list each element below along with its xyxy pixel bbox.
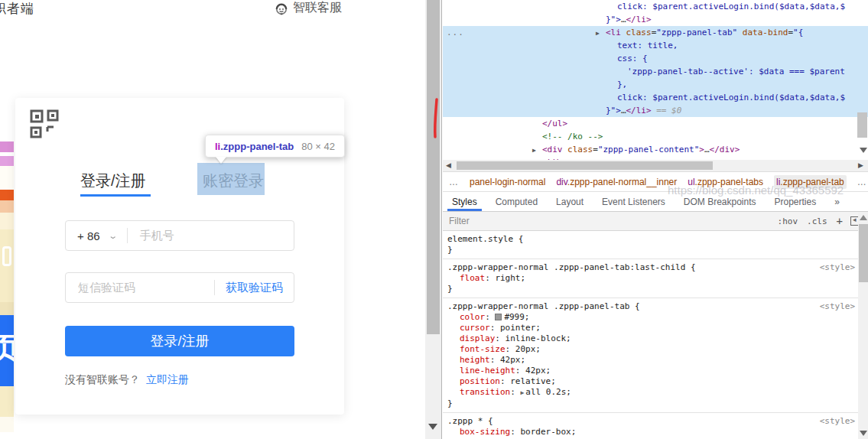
css-property[interactable]: cursor: pointer; — [447, 323, 853, 333]
css-selector[interactable]: .zppp-wrapper-normal .zppp-panel-tab:las… — [447, 262, 853, 273]
stylesheet-link[interactable]: <style> — [820, 262, 855, 273]
hscroll-thumb[interactable] — [457, 161, 713, 170]
devtools-tab--[interactable]: » — [825, 192, 849, 211]
code-line[interactable]: }, — [443, 78, 868, 91]
element-classes-button[interactable]: .cls — [807, 216, 827, 226]
elements-vscrollbar-thumb[interactable] — [857, 112, 867, 138]
breadcrumb-item[interactable]: div.zppp-panel-normal__inner — [556, 177, 677, 187]
breadcrumb-overflow[interactable]: … — [449, 177, 459, 187]
breadcrumb-overflow[interactable]: … — [857, 177, 867, 187]
banner-band — [0, 141, 14, 152]
css-selector[interactable]: .zppp * { — [447, 416, 853, 427]
styles-filter-bar: Filter :hov .cls + — [443, 212, 868, 231]
filter-input[interactable]: Filter — [449, 216, 769, 226]
elements-vscrollbar-down-arrow[interactable] — [860, 148, 867, 153]
styles-scrollbar-up-arrow[interactable] — [860, 215, 867, 220]
elements-tree: click: $parent.activeLogin.bind($data,$d… — [443, 0, 868, 160]
hscroll-left-arrow[interactable]: ◀ — [446, 161, 451, 169]
css-property[interactable]: height: 42px; — [447, 355, 853, 366]
css-property[interactable]: position: relative; — [447, 376, 853, 387]
banner-band — [0, 302, 14, 315]
stylesheet-link[interactable]: <style> — [820, 301, 855, 312]
color-swatch[interactable] — [495, 314, 502, 320]
tab-login-register[interactable]: 登录/注册 — [80, 171, 146, 191]
code-text: 'zppp-panel-tab--active': $data === $par… — [627, 65, 845, 78]
code-text: }">…</li> — [606, 13, 652, 26]
code-line[interactable]: </ul> — [443, 117, 868, 130]
hscroll-right-arrow[interactable]: ▶ — [858, 161, 863, 169]
banner-band — [0, 417, 14, 432]
code-line[interactable]: <!-- /ko --> — [443, 130, 868, 143]
code-text: css: { — [617, 52, 648, 65]
css-property[interactable]: line-height: 42px; — [447, 366, 853, 376]
customer-service-label: 智联客服 — [293, 0, 342, 16]
css-property[interactable]: display: inline-block; — [447, 333, 853, 344]
expand-arrow-icon[interactable]: ▶ — [596, 27, 600, 40]
page-scrollbar[interactable] — [425, 0, 441, 439]
page-scrollbar-thumb[interactable] — [427, 0, 440, 334]
css-property[interactable]: float: right; — [447, 273, 853, 284]
css-selector[interactable]: .zppp-wrapper-normal .zppp-panel-tab { — [447, 301, 853, 312]
breadcrumb: …panel-login-normaldiv.zppp-panel-normal… — [443, 171, 868, 191]
code-line[interactable]: 'zppp-panel-tab--active': $data === $par… — [443, 65, 868, 78]
styles-scrollbar-down-arrow[interactable] — [860, 431, 867, 436]
stylesheet-link[interactable]: <style> — [820, 416, 855, 427]
devtools-tab-layout[interactable]: Layout — [547, 192, 593, 211]
banner-glyph: 页 — [0, 327, 14, 369]
code-line[interactable]: text: title, — [443, 39, 868, 52]
code-text: </ul> — [542, 117, 567, 130]
css-selector[interactable]: element.style { — [447, 234, 853, 245]
code-text: <!-- /ko --> — [542, 130, 603, 143]
code-line[interactable]: click: $parent.activeLogin.bind($data,$d… — [443, 0, 868, 13]
country-code-select[interactable]: + 86 — [77, 229, 100, 242]
code-text: <li class="zppp-panel-tab" data-bind="{ — [606, 26, 803, 39]
devtools-tab-styles[interactable]: Styles — [443, 192, 486, 211]
devtools-tab-dom-breakpoints[interactable]: DOM Breakpoints — [675, 192, 766, 211]
css-rule-close: } — [447, 245, 853, 255]
code-line[interactable]: }">…</li> — [443, 13, 868, 26]
styles-scrollbar[interactable] — [858, 212, 868, 439]
banner-band — [0, 166, 14, 190]
banner-band — [0, 156, 14, 166]
devtools-sidebar-tabs: StylesComputedLayoutEvent ListenersDOM B… — [443, 191, 868, 212]
code-line[interactable]: }">…</li> == $0 — [443, 104, 868, 117]
gutter-ellipsis[interactable]: ... — [447, 26, 464, 39]
qr-login-toggle-icon[interactable] — [29, 109, 60, 141]
devtools-tab-properties[interactable]: Properties — [766, 192, 826, 211]
code-line[interactable]: css: { — [443, 52, 868, 65]
phone-input-group: + 86 ⌄ 手机号 — [65, 220, 294, 251]
breadcrumb-item[interactable]: li.zppp-panel-tab — [774, 175, 847, 189]
get-code-button[interactable]: 获取验证码 — [226, 281, 283, 295]
login-register-button[interactable]: 登录/注册 — [65, 326, 294, 356]
toggle-element-state-button[interactable]: :hov — [778, 216, 798, 226]
code-line[interactable]: click: $parent.activeLogin.bind($data,$d… — [443, 91, 868, 104]
breadcrumb-item[interactable]: panel-login-normal — [470, 177, 545, 187]
tooltip-caret — [216, 157, 226, 164]
code-line[interactable]: ▶<div class="zppp-panel-content">…</div> — [443, 143, 868, 156]
sms-code-input[interactable]: 短信验证码 — [78, 281, 135, 295]
css-property[interactable]: font-size: 20px; — [447, 344, 853, 355]
login-page: 职者端 智联客服 页 登录/注册 — [0, 0, 425, 439]
css-rule: element.style {} — [443, 231, 858, 259]
devtools-tab-event-listeners[interactable]: Event Listeners — [593, 192, 675, 211]
expand-value-icon[interactable]: ▶ — [520, 389, 524, 396]
css-rule-close: } — [447, 284, 853, 294]
headset-icon — [274, 1, 289, 16]
styles-scrollbar-thumb[interactable] — [859, 224, 868, 282]
devtools-panel: click: $parent.activeLogin.bind($data,$d… — [441, 0, 868, 439]
css-property[interactable]: color: #999; — [447, 312, 853, 323]
new-style-rule-button[interactable]: + — [837, 215, 843, 227]
css-property[interactable]: box-sizing: border-box; — [447, 427, 853, 437]
chevron-down-icon[interactable]: ⌄ — [108, 231, 118, 241]
customer-service-link[interactable]: 智联客服 — [274, 0, 342, 16]
register-now-link[interactable]: 立即注册 — [146, 373, 189, 385]
phone-input[interactable]: 手机号 — [140, 229, 174, 243]
devtools-tab-computed[interactable]: Computed — [486, 192, 547, 211]
breadcrumb-item[interactable]: ul.zppp-panel-tabs — [688, 177, 763, 187]
page-scrollbar-down-arrow[interactable] — [428, 424, 437, 430]
code-line[interactable]: ...▶<li class="zppp-panel-tab" data-bind… — [443, 26, 868, 39]
css-property[interactable]: transition: ▶all 0.2s; — [447, 387, 853, 398]
expand-arrow-icon[interactable]: ▶ — [532, 144, 536, 157]
elements-hscrollbar[interactable]: ◀ ▶ — [443, 160, 868, 171]
brand-text: 职者端 — [0, 0, 34, 18]
